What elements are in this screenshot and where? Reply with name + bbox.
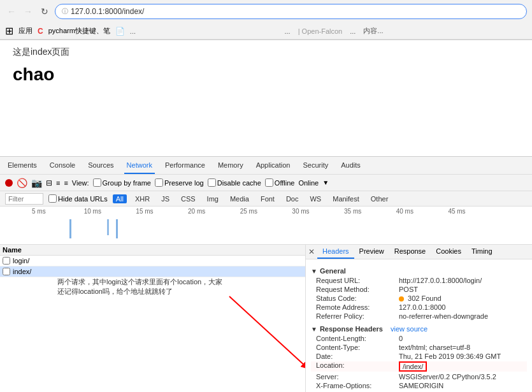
apps-label: 应用: [18, 26, 32, 36]
group-by-frame-input[interactable]: [93, 178, 101, 187]
detail-tab-response[interactable]: Response: [389, 245, 431, 259]
record-button[interactable]: [5, 179, 13, 187]
request-name-index: index/: [3, 268, 31, 275]
status-key: Status Code:: [316, 294, 399, 302]
status-dot: [399, 296, 404, 301]
online-label: Online: [298, 179, 319, 187]
group-by-frame-checkbox[interactable]: Group by frame: [93, 178, 151, 187]
camera-button[interactable]: 📷: [31, 178, 42, 188]
detail-row-url: Request URL: http://127.0.0.1:8000/login…: [311, 277, 527, 284]
tab-memory[interactable]: Memory: [215, 157, 246, 174]
filter-doc[interactable]: Doc: [283, 194, 302, 203]
detail-tab-preview[interactable]: Preview: [354, 245, 389, 259]
annotation-bubble: 两个请求，其中login这个请求里面有个location，大家还记得locati…: [57, 277, 229, 297]
detail-row-remote: Remote Address: 127.0.0.1:8000: [311, 303, 527, 311]
tab-sources[interactable]: Sources: [85, 157, 116, 174]
tl-40ms: 40 ms: [396, 208, 449, 215]
hide-data-urls-input[interactable]: [48, 194, 57, 203]
disable-cache-checkbox[interactable]: Disable cache: [208, 178, 261, 187]
bookmark-misc: ...: [130, 27, 136, 35]
forward-button[interactable]: →: [22, 5, 34, 18]
remote-key: Remote Address:: [316, 303, 399, 311]
detail-tab-headers[interactable]: Headers: [317, 245, 354, 259]
detail-row-content-length: Content-Length: 0: [311, 335, 527, 342]
clear-button[interactable]: 🚫: [17, 178, 27, 188]
tl-bar-3: [116, 219, 118, 238]
request-list-header: Name: [0, 245, 305, 256]
login-checkbox[interactable]: [3, 257, 10, 265]
general-triangle: ▼: [311, 268, 317, 275]
index-checkbox[interactable]: [3, 268, 10, 275]
detail-row-method: Request Method: POST: [311, 286, 527, 293]
refresh-button[interactable]: ↻: [38, 5, 51, 18]
bookmark-content: 内容...: [363, 26, 383, 36]
bookmark-pycharm[interactable]: pycharm快捷键、笔: [48, 26, 110, 36]
filter-font[interactable]: Font: [257, 194, 278, 203]
tl-25ms: 25 ms: [240, 208, 292, 215]
view-label: View:: [72, 179, 89, 187]
network-body: Name login/ index/: [0, 245, 532, 392]
offline-checkbox[interactable]: Offline: [265, 178, 295, 187]
preserve-log-input[interactable]: [155, 178, 163, 187]
back-button[interactable]: ←: [5, 5, 18, 18]
expand-button[interactable]: ≡: [56, 179, 60, 187]
filter-media[interactable]: Media: [227, 194, 252, 203]
response-headers-label: Response Headers: [320, 325, 383, 333]
tab-security[interactable]: Security: [300, 157, 331, 174]
tl-20ms: 20 ms: [188, 208, 240, 215]
info-icon: ⓘ: [62, 7, 68, 16]
bookmarks-bar: ⊞ 应用 C pycharm快捷键、笔 📄 ... ... | Open-Fal…: [0, 23, 532, 40]
detail-row-server: Server: WSGIServer/0.2 CPython/3.5.2: [311, 373, 527, 381]
filter-input[interactable]: [5, 193, 43, 205]
general-section-title: ▼ General: [311, 267, 527, 275]
disable-cache-input[interactable]: [208, 178, 216, 187]
tab-performance[interactable]: Performance: [162, 157, 208, 174]
filter-manifest[interactable]: Manifest: [329, 194, 363, 203]
referrer-key: Referrer Policy:: [316, 312, 399, 320]
view-source-link[interactable]: view source: [391, 325, 428, 333]
method-key: Request Method:: [316, 286, 399, 293]
response-triangle: ▼: [311, 326, 317, 333]
tab-console[interactable]: Console: [47, 157, 78, 174]
tab-elements[interactable]: Elements: [5, 157, 40, 174]
location-highlight-box: /index/: [399, 361, 427, 372]
detail-tab-timing[interactable]: Timing: [466, 245, 498, 259]
devtools-tabs: Elements Console Sources Network Perform…: [0, 157, 532, 175]
detail-tabs: ✕ Headers Preview Response Cookies Timin…: [306, 245, 532, 259]
method-val: POST: [399, 286, 527, 293]
url-key: Request URL:: [316, 277, 399, 284]
xframe-key: X-Frame-Options:: [316, 382, 399, 389]
xframe-val: SAMEORIGIN: [399, 382, 527, 389]
detail-close-button[interactable]: ✕: [308, 247, 315, 256]
timeline-labels: 5 ms 10 ms 15 ms 20 ms 25 ms 30 ms 35 ms…: [0, 207, 532, 216]
detail-row-date: Date: Thu, 21 Feb 2019 09:36:49 GMT: [311, 352, 527, 360]
hide-data-urls-checkbox[interactable]: Hide data URLs: [48, 194, 108, 203]
detail-tab-cookies[interactable]: Cookies: [431, 245, 466, 259]
tab-network[interactable]: Network: [124, 157, 155, 174]
location-val: /index/: [399, 361, 527, 372]
request-row-index[interactable]: index/: [0, 266, 305, 277]
offline-input[interactable]: [265, 178, 273, 187]
content-type-val: text/html; charset=utf-8: [399, 344, 527, 351]
filter-xhr[interactable]: XHR: [132, 194, 153, 203]
tab-audits[interactable]: Audits: [338, 157, 363, 174]
filter-js[interactable]: JS: [158, 194, 173, 203]
filter-ws[interactable]: WS: [306, 194, 324, 203]
filter-css[interactable]: CSS: [178, 194, 199, 203]
tab-application[interactable]: Application: [254, 157, 293, 174]
timeline-graph: [32, 216, 500, 244]
response-headers-section-title: ▼ Response Headers view source: [311, 325, 527, 333]
filter-img[interactable]: Img: [204, 194, 222, 203]
request-detail: ✕ Headers Preview Response Cookies Timin…: [306, 245, 532, 392]
dropdown-arrow[interactable]: ▼: [322, 179, 329, 186]
filter-button[interactable]: ⊟: [46, 178, 52, 187]
filter-all[interactable]: All: [113, 194, 127, 203]
bookmark-extra1: ...: [285, 27, 291, 35]
filter-other[interactable]: Other: [368, 194, 392, 203]
preserve-log-checkbox[interactable]: Preserve log: [155, 178, 204, 187]
address-bar[interactable]: ⓘ 127.0.0.1:8000/index/: [55, 4, 527, 19]
page-subtitle: 这是index页面: [13, 47, 519, 58]
compact-button[interactable]: ≡: [64, 179, 68, 187]
content-length-key: Content-Length:: [316, 335, 399, 342]
request-row-login[interactable]: login/: [0, 256, 305, 266]
